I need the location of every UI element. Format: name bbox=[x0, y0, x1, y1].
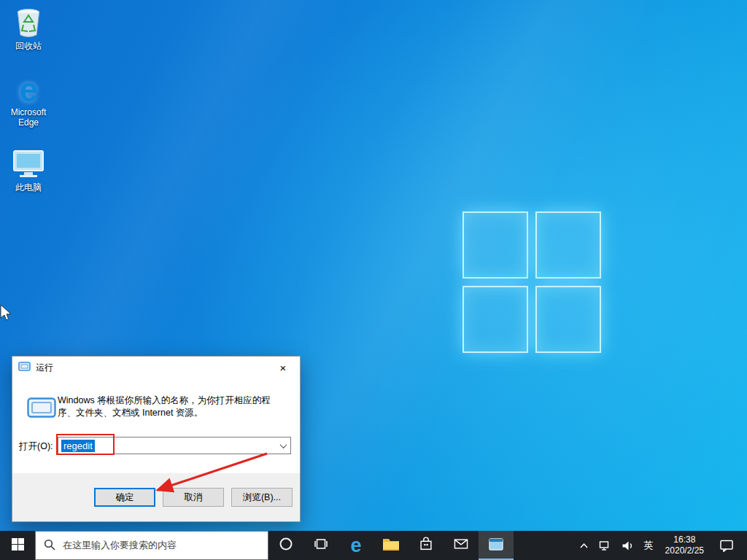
active-window-icon bbox=[488, 537, 504, 554]
tray-chevron-up-icon[interactable] bbox=[574, 531, 594, 560]
windows-start-icon bbox=[12, 538, 24, 553]
cortana-button[interactable] bbox=[268, 531, 303, 560]
desktop-icon-label: Microsoft Edge bbox=[1, 107, 55, 128]
chevron-down-icon[interactable] bbox=[276, 438, 290, 454]
run-dialog-description: Windows 将根据你所输入的名称，为你打开相应的程序、文件夹、文档或 Int… bbox=[58, 394, 284, 419]
run-dialog-titlebar[interactable]: 运行 × bbox=[12, 357, 300, 378]
language-indicator[interactable]: 英 bbox=[639, 531, 659, 560]
this-pc-icon bbox=[12, 149, 45, 179]
wallpaper-logo-pane bbox=[462, 211, 528, 279]
run-dialog-footer: 确定 取消 浏览(B)... bbox=[12, 473, 300, 521]
taskbar-spacer bbox=[514, 531, 574, 560]
volume-icon[interactable] bbox=[616, 531, 639, 560]
desktop-icon-recycle-bin[interactable]: 回收站 bbox=[1, 7, 55, 52]
taskbar-item-edge[interactable]: e bbox=[338, 531, 374, 560]
action-center-button[interactable] bbox=[711, 531, 743, 560]
task-view-icon bbox=[314, 537, 328, 553]
mail-icon bbox=[453, 537, 469, 553]
run-dialog-icon bbox=[18, 362, 31, 373]
edge-icon: e bbox=[350, 536, 361, 556]
taskbar-item-store[interactable] bbox=[409, 531, 444, 560]
store-icon bbox=[418, 536, 434, 555]
windows-wallpaper-logo bbox=[462, 211, 601, 353]
search-placeholder: 在这里输入你要搜索的内容 bbox=[63, 539, 177, 552]
run-program-icon bbox=[27, 397, 56, 420]
desktop-icon-label: 此电脑 bbox=[15, 182, 42, 194]
browse-button[interactable]: 浏览(B)... bbox=[231, 488, 293, 507]
run-dialog: 运行 × Windows 将根据你所输入的名称，为你打开相应的程序、文件夹、文档… bbox=[12, 356, 301, 522]
wallpaper-logo-pane bbox=[535, 211, 601, 279]
taskbar-clock[interactable]: 16:38 2020/2/25 bbox=[659, 531, 711, 560]
network-icon[interactable] bbox=[594, 531, 616, 560]
edge-icon: e bbox=[12, 74, 45, 105]
desktop-icon-label: 回收站 bbox=[15, 40, 42, 52]
taskbar: 在这里输入你要搜索的内容 e bbox=[0, 531, 747, 560]
task-view-button[interactable] bbox=[303, 531, 338, 560]
recycle-bin-icon bbox=[12, 7, 45, 38]
close-icon[interactable]: × bbox=[266, 357, 300, 378]
run-command-value[interactable]: regedit bbox=[61, 440, 95, 452]
desktop-icon-microsoft-edge[interactable]: e Microsoft Edge bbox=[1, 74, 55, 128]
run-command-combobox[interactable]: regedit bbox=[58, 437, 291, 454]
clock-time: 16:38 bbox=[673, 534, 695, 545]
clock-date: 2020/2/25 bbox=[665, 545, 704, 556]
wallpaper-logo-pane bbox=[462, 286, 528, 353]
run-dialog-title: 运行 bbox=[36, 362, 53, 374]
desktop-icon-this-pc[interactable]: 此电脑 bbox=[1, 149, 55, 194]
cancel-button[interactable]: 取消 bbox=[163, 488, 224, 507]
taskbar-search-box[interactable]: 在这里输入你要搜索的内容 bbox=[35, 531, 268, 560]
ok-button[interactable]: 确定 bbox=[94, 488, 155, 507]
taskbar-item-file-explorer[interactable] bbox=[374, 531, 409, 560]
file-explorer-icon bbox=[382, 537, 400, 554]
taskbar-item-mail[interactable] bbox=[444, 531, 479, 560]
cortana-icon bbox=[279, 537, 293, 554]
search-icon bbox=[44, 539, 55, 553]
wallpaper-logo-pane bbox=[535, 286, 601, 353]
taskbar-item-active-window[interactable] bbox=[479, 531, 514, 560]
start-button[interactable] bbox=[0, 531, 35, 560]
open-field-label: 打开(O): bbox=[19, 440, 53, 453]
system-tray: 英 16:38 2020/2/25 bbox=[574, 531, 747, 560]
